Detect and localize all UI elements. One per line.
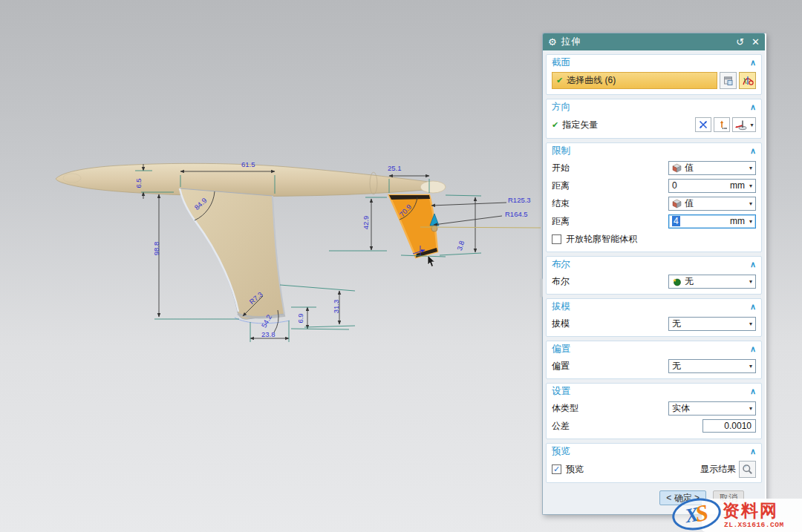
show-result-label: 显示结果: [700, 463, 736, 476]
chevron-down-icon: ▾: [749, 321, 752, 327]
dialog-resize-grip[interactable]: [540, 278, 543, 298]
dialog-titlebar[interactable]: ⚙ 拉伸 ↺ ✕: [543, 33, 765, 50]
start-distance-label: 距离: [552, 180, 570, 192]
dim-6-5: 6.5: [135, 178, 143, 188]
draft-dropdown[interactable]: 无 ▾: [668, 317, 756, 331]
select-curve-field[interactable]: ✔ 选择曲线 (6): [552, 72, 717, 89]
limits-header[interactable]: 限制 ∧: [547, 143, 761, 159]
boolean-value: 无: [685, 275, 694, 288]
draft-label: 拔模: [552, 318, 570, 330]
dim-98-8: 98.8: [153, 242, 160, 256]
collapse-icon[interactable]: ∧: [750, 387, 756, 396]
select-curve-label: 选择曲线 (6): [567, 74, 616, 87]
open-profile-checkbox[interactable]: [552, 234, 561, 244]
start-mode-value: 值: [685, 162, 694, 174]
checkmark-icon: ✓: [553, 464, 560, 474]
tolerance-input[interactable]: 0.0010: [702, 419, 756, 433]
specify-vector-label: 指定矢量: [562, 119, 598, 131]
boolean-header-label: 布尔: [552, 258, 570, 271]
collapse-icon[interactable]: ∧: [750, 58, 756, 68]
extrude-preview-fin[interactable]: [389, 195, 437, 257]
preview-checkbox[interactable]: ✓: [552, 464, 561, 474]
chevron-down-icon: ▾: [749, 183, 752, 189]
end-distance-label: 距离: [552, 215, 570, 228]
end-distance-value: 4: [672, 216, 680, 226]
chevron-down-icon: ▾: [749, 200, 752, 207]
boolean-header[interactable]: 布尔 ∧: [547, 257, 761, 272]
offset-header-label: 偏置: [552, 343, 570, 355]
close-button[interactable]: ✕: [752, 36, 760, 47]
collapse-icon[interactable]: ∧: [750, 260, 756, 269]
preview-label: 预览: [566, 463, 584, 476]
dim-r125-3: R125.3: [508, 197, 531, 204]
chevron-down-icon: ▾: [749, 165, 752, 171]
offset-dropdown[interactable]: 无 ▾: [668, 359, 756, 373]
dim-61-5: 61.5: [241, 161, 255, 168]
group-direction: 方向 ∧ ✔ 指定矢量: [546, 99, 762, 139]
magnifier-icon: [742, 464, 753, 475]
group-offset: 偏置 ∧ 偏置 无 ▾: [546, 341, 762, 379]
settings-header-label: 设置: [552, 385, 570, 398]
dim-23-8: 23.8: [261, 331, 276, 338]
settings-header[interactable]: 设置 ∧: [547, 384, 761, 399]
reset-button[interactable]: ↺: [736, 36, 744, 47]
start-label: 开始: [552, 162, 570, 174]
tolerance-value: 0.0010: [724, 421, 752, 431]
group-settings: 设置 ∧ 体类型 实体 ▾ 公差 0.0010: [546, 383, 762, 439]
collapse-icon[interactable]: ∧: [750, 146, 756, 156]
offset-value: 无: [672, 360, 681, 372]
watermark-name: 资料网: [723, 499, 778, 522]
open-profile-label: 开放轮廓智能体积: [566, 233, 637, 246]
direction-header[interactable]: 方向 ∧: [547, 99, 761, 115]
dim-r164-5: R164.5: [505, 211, 528, 218]
collapse-icon[interactable]: ∧: [750, 102, 756, 112]
tolerance-label: 公差: [552, 420, 570, 433]
extrude-handle-origin[interactable]: [431, 226, 437, 231]
body-type-dropdown[interactable]: 实体 ▾: [668, 401, 756, 416]
curve-rule-button[interactable]: [739, 72, 756, 89]
collapse-icon[interactable]: ∧: [750, 344, 756, 354]
select-region-button[interactable]: [720, 72, 737, 89]
boolean-label: 布尔: [552, 275, 570, 288]
collapse-icon[interactable]: ∧: [750, 447, 756, 456]
end-distance-input[interactable]: 4 mm ▾: [668, 214, 756, 229]
collapse-icon[interactable]: ∧: [750, 302, 756, 312]
chevron-down-icon: ▾: [749, 218, 752, 225]
offset-header[interactable]: 偏置 ∧: [547, 341, 761, 357]
body-type-value: 实体: [672, 402, 690, 415]
start-distance-value: 0: [672, 180, 677, 191]
boolean-none-icon: [672, 277, 682, 286]
extrude-fin-top-edge: [389, 195, 430, 200]
chevron-down-icon[interactable]: ▾: [750, 122, 753, 128]
preview-header[interactable]: 预览 ∧: [547, 444, 761, 459]
region-icon: [723, 76, 734, 86]
preview-header-label: 预览: [552, 445, 570, 458]
vector-constructor-button[interactable]: ▾: [732, 117, 756, 132]
vector-dialog-icon: [717, 119, 727, 130]
vector-dialog-button[interactable]: [714, 117, 730, 132]
body-type-label: 体类型: [552, 402, 578, 415]
chevron-down-icon: ▾: [749, 405, 752, 412]
start-distance-unit: mm: [730, 180, 745, 191]
curve-rule-icon: [742, 75, 754, 87]
draft-header-label: 拔模: [552, 301, 570, 313]
watermark: X S 资料网 ZL.XS1616.COM: [672, 494, 802, 532]
reverse-vector-button[interactable]: [695, 117, 711, 132]
check-icon: ✔: [552, 120, 558, 130]
end-mode-dropdown[interactable]: 值 ▾: [668, 197, 756, 211]
vector-constructor-icon: [734, 119, 748, 131]
limits-header-label: 限制: [552, 145, 570, 157]
section-header[interactable]: 截面 ∧: [547, 55, 761, 70]
start-distance-input[interactable]: 0 mm ▾: [668, 179, 756, 193]
cube-icon: [672, 199, 682, 208]
end-distance-unit: mm: [730, 216, 745, 226]
start-mode-dropdown[interactable]: 值 ▾: [668, 161, 756, 175]
gear-icon: ⚙: [548, 36, 557, 47]
boolean-dropdown[interactable]: 无 ▾: [668, 275, 756, 289]
fuselage-tail-cap: [420, 181, 446, 193]
leader-line-tan: [420, 227, 541, 228]
group-preview: 预览 ∧ ✓ 预览 显示结果: [546, 443, 762, 483]
section-header-label: 截面: [552, 56, 570, 69]
draft-header[interactable]: 拔模 ∧: [547, 299, 761, 315]
show-result-button[interactable]: [739, 461, 756, 478]
